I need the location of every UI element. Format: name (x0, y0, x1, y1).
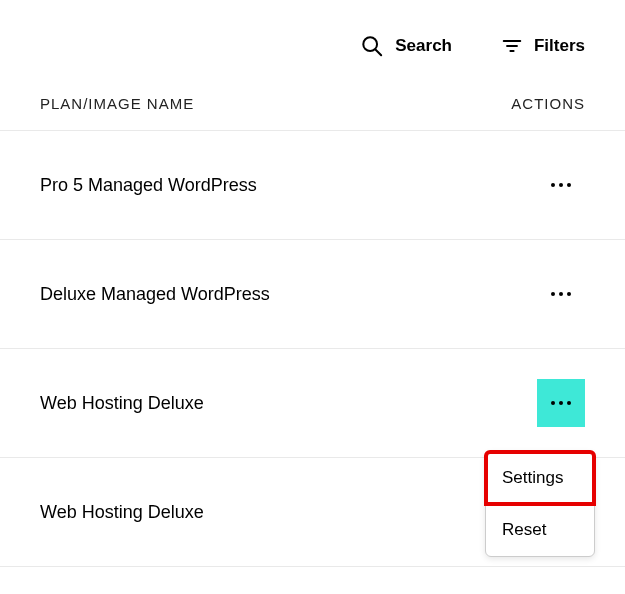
table-header: PLAN/IMAGE NAME ACTIONS (0, 77, 625, 131)
plan-name: Web Hosting Deluxe (40, 393, 204, 414)
svg-line-1 (376, 50, 382, 55)
table-row: Pro 5 Managed WordPress (0, 131, 625, 240)
search-icon (361, 35, 383, 57)
actions-dropdown: Settings Reset (485, 451, 595, 557)
row-actions-button[interactable] (537, 161, 585, 209)
row-actions-button[interactable] (537, 379, 585, 427)
more-icon (551, 183, 571, 187)
more-icon (551, 401, 571, 405)
column-header-plan: PLAN/IMAGE NAME (40, 95, 194, 112)
filters-button[interactable]: Filters (502, 36, 585, 56)
column-header-actions: ACTIONS (511, 95, 585, 112)
dropdown-item-settings[interactable]: Settings (486, 452, 594, 504)
plan-name: Deluxe Managed WordPress (40, 284, 270, 305)
toolbar: Search Filters (0, 0, 625, 77)
search-label: Search (395, 36, 452, 56)
filters-label: Filters (534, 36, 585, 56)
row-actions-button[interactable] (537, 270, 585, 318)
dropdown-item-reset[interactable]: Reset (486, 504, 594, 556)
more-icon (551, 292, 571, 296)
table-row: Web Hosting Deluxe (0, 349, 625, 458)
plan-name: Web Hosting Deluxe (40, 502, 204, 523)
plan-name: Pro 5 Managed WordPress (40, 175, 257, 196)
search-button[interactable]: Search (361, 35, 452, 57)
filter-icon (502, 36, 522, 56)
table-row: Deluxe Managed WordPress (0, 240, 625, 349)
